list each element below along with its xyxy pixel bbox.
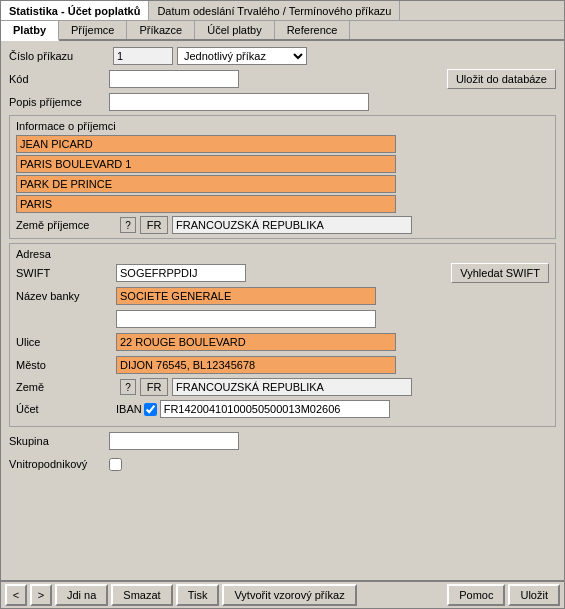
prikaz-type-select[interactable]: Jednotlivý příkaz Trvalý příkaz Termínov… <box>177 47 307 65</box>
ulice-label: Ulice <box>16 336 116 348</box>
ucet-label: Účet <box>16 403 116 415</box>
mesto-input[interactable] <box>116 356 396 374</box>
swift-row: SWIFT Vyhledat SWIFT <box>16 263 549 283</box>
kod-row: Kód Uložit do databáze <box>9 69 556 89</box>
informace-section: Informace o příjemci Země příjemce ? FR <box>9 115 556 239</box>
ucet-input[interactable] <box>160 400 390 418</box>
adresa-section: Adresa SWIFT Vyhledat SWIFT Název banky … <box>9 243 556 427</box>
prijemce-field-4[interactable] <box>16 195 396 213</box>
cislo-prikazu-label: Číslo příkazu <box>9 50 109 62</box>
zeme-name-input <box>172 378 412 396</box>
ucet-row: Účet IBAN <box>16 399 549 419</box>
cislo-prikazu-row: Číslo příkazu Jednotlivý příkaz Trvalý p… <box>9 47 556 65</box>
popis-prijemce-input[interactable] <box>109 93 369 111</box>
adresa-title: Adresa <box>16 248 549 260</box>
zeme-prijemce-question-btn[interactable]: ? <box>120 217 136 233</box>
vnitropodnikovy-label: Vnitropodnikový <box>9 458 109 470</box>
popis-prijemce-row: Popis příjemce <box>9 92 556 112</box>
swift-label: SWIFT <box>16 267 116 279</box>
pomoc-btn[interactable]: Pomoc <box>447 584 505 606</box>
vnitropodnikovy-row: Vnitropodnikový <box>9 454 556 474</box>
prijemce-fields <box>16 135 549 213</box>
tab-prijemce[interactable]: Příjemce <box>59 21 127 39</box>
zeme-prijemce-name-input <box>172 216 412 234</box>
zeme-prijemce-label: Země příjemce <box>16 219 116 231</box>
jdi-na-btn[interactable]: Jdi na <box>55 584 108 606</box>
tab-ucel-platby[interactable]: Účel platby <box>195 21 274 39</box>
skupina-row: Skupina <box>9 431 556 451</box>
prijemce-field-1[interactable] <box>16 135 396 153</box>
prev-btn[interactable]: < <box>5 584 27 606</box>
next-btn[interactable]: > <box>30 584 52 606</box>
window-subtitle: Datum odeslání Trvalého / Termínového př… <box>149 1 400 20</box>
form-content: Číslo příkazu Jednotlivý příkaz Trvalý p… <box>1 41 564 580</box>
ulice-input[interactable] <box>116 333 396 351</box>
nazev-banky-row: Název banky <box>16 286 549 306</box>
tab-platby[interactable]: Platby <box>1 21 59 41</box>
nazev-banky-label: Název banky <box>16 290 116 302</box>
prijemce-field-2[interactable] <box>16 155 396 173</box>
tabs-bar: Platby Příjemce Příkazce Účel platby Ref… <box>1 21 564 41</box>
vytvorit-btn[interactable]: Vytvořit vzorový příkaz <box>222 584 356 606</box>
nazev-banky-row-2 <box>16 309 549 329</box>
tab-reference[interactable]: Reference <box>275 21 351 39</box>
ucet-type: IBAN <box>116 403 142 415</box>
swift-input[interactable] <box>116 264 246 282</box>
vyhledat-swift-btn[interactable]: Vyhledat SWIFT <box>451 263 549 283</box>
kod-input[interactable] <box>109 70 239 88</box>
ulozit-btn[interactable]: Uložit <box>508 584 560 606</box>
ulozit-do-databaze-btn[interactable]: Uložit do databáze <box>447 69 556 89</box>
tisk-btn[interactable]: Tisk <box>176 584 220 606</box>
smazat-btn[interactable]: Smazat <box>111 584 172 606</box>
ulice-row: Ulice <box>16 332 549 352</box>
kod-label: Kód <box>9 73 109 85</box>
zeme-row: Země ? FR <box>16 378 549 396</box>
window-title: Statistika - Účet poplatků <box>1 1 149 20</box>
zeme-question-btn[interactable]: ? <box>120 379 136 395</box>
popis-prijemce-label: Popis příjemce <box>9 96 109 108</box>
footer-bar: < > Jdi na Smazat Tisk Vytvořit vzorový … <box>1 580 564 608</box>
zeme-label: Země <box>16 381 116 393</box>
mesto-label: Město <box>16 359 116 371</box>
skupina-label: Skupina <box>9 435 109 447</box>
zeme-code: FR <box>140 378 168 396</box>
ucet-checkbox[interactable] <box>144 403 157 416</box>
vnitropodnikovy-checkbox[interactable] <box>109 458 122 471</box>
mesto-row: Město <box>16 355 549 375</box>
prijemce-field-3[interactable] <box>16 175 396 193</box>
zeme-prijemce-code: FR <box>140 216 168 234</box>
nazev-banky-input-2[interactable] <box>116 310 376 328</box>
title-bar: Statistika - Účet poplatků Datum odeslán… <box>1 1 564 21</box>
ucet-checkbox-cell <box>144 403 157 416</box>
tab-prikazce[interactable]: Příkazce <box>127 21 195 39</box>
nazev-banky-input[interactable] <box>116 287 376 305</box>
main-window: Statistika - Účet poplatků Datum odeslán… <box>0 0 565 609</box>
cislo-prikazu-input[interactable] <box>113 47 173 65</box>
zeme-prijemce-row: Země příjemce ? FR <box>16 216 549 234</box>
skupina-input[interactable] <box>109 432 239 450</box>
informace-title: Informace o příjemci <box>16 120 549 132</box>
